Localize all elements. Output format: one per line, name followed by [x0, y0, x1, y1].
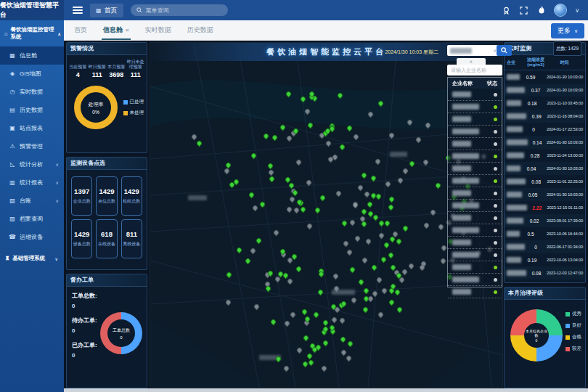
company-name-input[interactable]	[447, 65, 502, 75]
map-pin-online[interactable]	[306, 352, 314, 359]
map-pin-offline[interactable]	[354, 234, 362, 242]
map-pin-offline[interactable]	[385, 181, 392, 188]
table-row[interactable]: 0.52023-10-06 16:44:00	[505, 227, 585, 240]
map-pin-online[interactable]	[301, 309, 309, 316]
table-row[interactable]: 0.082023-12-03 12:47:00	[505, 266, 585, 279]
map-pin-offline[interactable]	[295, 158, 302, 166]
list-item[interactable]	[448, 175, 502, 187]
map-pin-online[interactable]	[313, 311, 320, 319]
map-pin-offline[interactable]	[429, 208, 436, 216]
list-item[interactable]	[448, 89, 502, 101]
map-pin-online[interactable]	[319, 195, 327, 202]
map-pin-online[interactable]	[256, 237, 263, 245]
map-pin-online[interactable]	[380, 256, 388, 264]
map-pin-online[interactable]	[408, 160, 415, 168]
table-row[interactable]: 0.192023-10-06 13:04:00	[505, 253, 585, 266]
map-pin-online[interactable]	[360, 208, 367, 216]
map-pin-online[interactable]	[347, 340, 354, 347]
list-item[interactable]	[448, 286, 502, 298]
map-pin-online[interactable]	[394, 288, 401, 295]
map-pin-offline[interactable]	[303, 107, 311, 115]
map-pin-online[interactable]	[383, 242, 391, 249]
map-pin-offline[interactable]	[267, 169, 274, 176]
map-pin-offline[interactable]	[283, 320, 290, 327]
map-pin-offline[interactable]	[346, 249, 354, 256]
map-pin-offline[interactable]	[340, 348, 347, 356]
map-pin-online[interactable]	[369, 174, 377, 181]
list-item[interactable]	[448, 138, 502, 150]
sidebar-item-stat-report[interactable]: ▥统计报表∨	[0, 173, 64, 192]
map-pin-online[interactable]	[267, 163, 274, 170]
map-pin-online[interactable]	[250, 152, 258, 159]
sidebar-item-info-cabin[interactable]: ▦信息舱	[0, 46, 64, 65]
tab-实时数据[interactable]: 实时数据	[145, 20, 171, 40]
chevron-down-icon[interactable]: ∨	[575, 7, 579, 14]
map-pin-online[interactable]	[363, 287, 370, 294]
map-pin-online[interactable]	[338, 143, 346, 150]
map-pin-offline[interactable]	[439, 257, 446, 264]
map-pin-offline[interactable]	[363, 191, 370, 198]
map-pin-online[interactable]	[396, 306, 404, 314]
map-pin-offline[interactable]	[422, 159, 430, 166]
map-pin-online[interactable]	[388, 204, 395, 211]
map-pin-offline[interactable]	[357, 184, 364, 191]
table-row[interactable]: 0.142024-01-30 10:03:00	[505, 136, 585, 149]
map-pin-online[interactable]	[269, 319, 277, 326]
sidebar-item-history-data[interactable]: ▤历史数据	[0, 101, 64, 119]
device-stat-box[interactable]: 618在线设备	[96, 219, 117, 258]
map-pin-online[interactable]	[322, 319, 329, 327]
map-pin-offline[interactable]	[388, 132, 395, 139]
map-pin-online[interactable]	[285, 91, 293, 98]
map-pin-offline[interactable]	[397, 176, 404, 184]
map-pin-offline[interactable]	[288, 196, 295, 203]
map-pin-offline[interactable]	[365, 238, 372, 245]
map-pin-online[interactable]	[377, 220, 385, 227]
map-pin-online[interactable]	[196, 139, 203, 147]
map-pin-offline[interactable]	[253, 303, 261, 310]
map-pin-offline[interactable]	[422, 222, 430, 229]
map-pin-online[interactable]	[322, 339, 329, 346]
map-pin-offline[interactable]	[223, 168, 230, 175]
list-item[interactable]	[448, 237, 502, 249]
map-pin-online[interactable]	[282, 271, 290, 279]
map-pin-online[interactable]	[300, 206, 307, 213]
map-pin-online[interactable]	[357, 279, 364, 286]
map-pin-online[interactable]	[377, 100, 385, 107]
map-pin-offline[interactable]	[286, 278, 293, 285]
tab-首页[interactable]: 首页	[74, 20, 87, 40]
sidebar-item-site-report[interactable]: ▣站点报表	[0, 119, 64, 137]
map-pin-online[interactable]	[366, 201, 373, 208]
map-pin-online[interactable]	[401, 224, 409, 232]
map-pin-offline[interactable]	[402, 167, 409, 174]
hamburger-menu-icon[interactable]	[73, 7, 83, 14]
company-select[interactable]: ∨	[447, 45, 499, 56]
list-item[interactable]	[448, 261, 502, 274]
map-pin-offline[interactable]	[272, 229, 279, 236]
sidebar-item-ops-device[interactable]: ☎运维设备	[0, 228, 64, 246]
map-pin-online[interactable]	[341, 220, 348, 227]
sidebar-item-archive-query[interactable]: ▨档案查询	[0, 210, 64, 228]
sidebar-item-stat-analysis[interactable]: ◺统计分析∨	[0, 155, 64, 173]
map-pin-offline[interactable]	[296, 346, 303, 354]
home-chip[interactable]: ▦ 首页	[90, 4, 123, 17]
table-row[interactable]: 02024-01-17 22:53:00	[505, 123, 585, 136]
map-pin-offline[interactable]	[377, 232, 385, 240]
map-pin-offline[interactable]	[321, 365, 328, 372]
table-row[interactable]: 0.022023-09-01 17:39:00	[505, 214, 585, 227]
map-pin-online[interactable]	[346, 124, 354, 131]
table-row[interactable]: 02022-06-17 01:34:00	[505, 240, 585, 253]
close-icon[interactable]: ×	[126, 27, 129, 33]
map-pin-online[interactable]	[360, 221, 367, 228]
sidebar-item-gis-map[interactable]: ◈GIS地图	[0, 65, 64, 83]
map-pin-online[interactable]	[434, 182, 441, 189]
map-pin-online[interactable]	[371, 264, 378, 271]
device-stat-box[interactable]: 1429机组总数	[121, 176, 142, 216]
map-pin-offline[interactable]	[190, 133, 197, 140]
map-pin-offline[interactable]	[293, 206, 300, 213]
map-pin-offline[interactable]	[375, 158, 382, 166]
map-pin-online[interactable]	[317, 289, 324, 296]
map-pin-offline[interactable]	[376, 277, 383, 284]
fullscreen-icon[interactable]	[519, 6, 528, 15]
map-pin-offline[interactable]	[335, 190, 342, 197]
map-pin-offline[interactable]	[251, 205, 258, 212]
